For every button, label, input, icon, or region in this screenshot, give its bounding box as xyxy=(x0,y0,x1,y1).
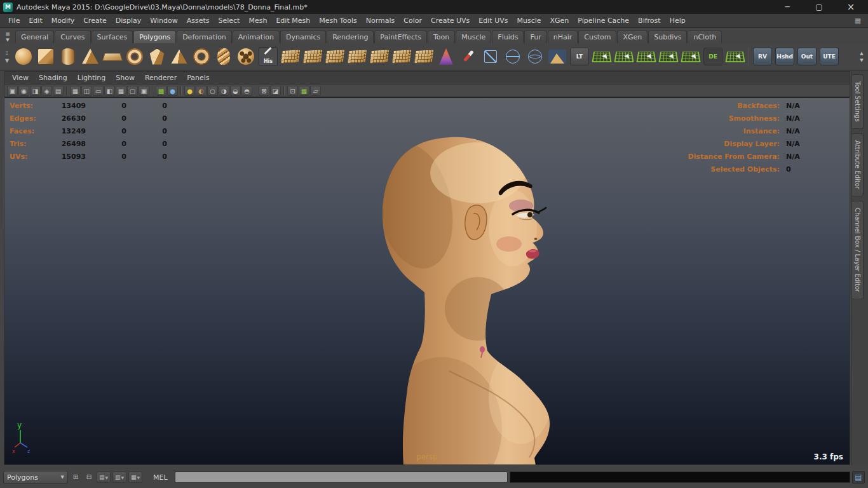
multisample-icon[interactable]: ▦ xyxy=(299,86,309,96)
lights-icon[interactable]: ● xyxy=(184,86,195,96)
shelf-tab-muscle[interactable]: Muscle xyxy=(456,30,491,43)
grid-with-arrow-icon-1[interactable]: ⊞ xyxy=(70,471,81,483)
menu-edit-mesh[interactable]: Edit Mesh xyxy=(271,14,315,28)
menu-bifrost[interactable]: Bifrost xyxy=(634,14,665,28)
panel-menu-show[interactable]: Show xyxy=(111,74,140,82)
table-menu-icon-2[interactable]: ▥▼ xyxy=(112,471,126,483)
film-gate-icon[interactable]: ◫ xyxy=(81,86,92,96)
tab-attribute-editor[interactable]: Attribute Editor xyxy=(852,133,864,196)
panel-menu-panels[interactable]: Panels xyxy=(182,74,214,82)
shelf-tab-surfaces[interactable]: Surfaces xyxy=(92,30,133,43)
shelf-menu-widget[interactable]: ▯▼ xyxy=(1,44,13,69)
tab-tool-settings[interactable]: Tool Settings xyxy=(852,74,864,129)
shaded-icon[interactable]: ◐ xyxy=(196,86,207,96)
de-tool-icon[interactable]: DE xyxy=(702,44,724,69)
safe-action-icon[interactable]: ▢ xyxy=(127,86,138,96)
poly-helix-icon[interactable] xyxy=(213,44,234,69)
construction-history-icon[interactable]: His xyxy=(257,44,279,69)
minimize-button[interactable]: ─ xyxy=(773,0,801,14)
shelf-tab-ncloth[interactable]: nCloth xyxy=(688,30,722,43)
bookmarks-icon[interactable]: ◈ xyxy=(41,86,52,96)
maximize-button[interactable]: ▢ xyxy=(805,0,833,14)
menu-window[interactable]: Window xyxy=(146,14,182,28)
hypershade-icon[interactable]: Hshd xyxy=(774,44,796,69)
poly-pipe-icon[interactable] xyxy=(191,44,212,69)
grid-tool-icon-4[interactable] xyxy=(658,44,679,69)
table-menu-icon-3[interactable]: ▦▼ xyxy=(128,471,142,483)
shelf-tab-painteffects[interactable]: PaintEffects xyxy=(374,30,427,43)
separate-icon[interactable] xyxy=(346,44,368,69)
poly-plane-icon[interactable] xyxy=(102,44,123,69)
field-chart-icon[interactable]: ▦ xyxy=(116,86,126,96)
safe-title-icon[interactable]: ▣ xyxy=(139,86,149,96)
combine-icon[interactable] xyxy=(324,44,346,69)
close-button[interactable]: × xyxy=(837,0,865,14)
menu-select[interactable]: Select xyxy=(214,14,244,28)
command-result-field[interactable] xyxy=(510,471,850,483)
uv-texture-editor-icon[interactable]: UTE xyxy=(818,44,840,69)
boolean-icon[interactable] xyxy=(391,44,412,69)
workspace-icon[interactable]: ▦ xyxy=(851,17,864,25)
select-camera-icon[interactable]: ▣ xyxy=(7,86,18,96)
wire-cube-icon[interactable] xyxy=(480,44,501,69)
shelf-tab-custom[interactable]: Custom xyxy=(578,30,616,43)
grid-tool-icon-2[interactable] xyxy=(613,44,635,69)
viewport[interactable]: Verts: 13409 0 0 Edges: 26630 0 0 Faces:… xyxy=(4,97,850,464)
shelf-tab-nhair[interactable]: nHair xyxy=(548,30,578,43)
screen-space-ao-icon[interactable]: ◒ xyxy=(230,86,241,96)
menu-file[interactable]: File xyxy=(4,14,24,28)
shelf-tab-general[interactable]: General xyxy=(15,30,54,43)
wire-sphere-icon[interactable] xyxy=(524,44,546,69)
shelf-tab-rendering[interactable]: Rendering xyxy=(327,30,374,43)
poly-torus-icon[interactable] xyxy=(124,44,146,69)
sculpt-tool-icon[interactable] xyxy=(435,44,457,69)
shelf-tab-curves[interactable]: Curves xyxy=(55,30,90,43)
shelf-scroll-widget[interactable]: ▲▼ xyxy=(857,51,867,63)
poly-sphere-icon[interactable] xyxy=(13,44,34,69)
menu-assets[interactable]: Assets xyxy=(182,14,214,28)
isolate-select-icon[interactable]: ◪ xyxy=(270,86,281,96)
lock-camera-icon[interactable]: ◉ xyxy=(18,86,29,96)
shelf-tab-fluids[interactable]: Fluids xyxy=(492,30,524,43)
bridge-icon[interactable] xyxy=(302,44,323,69)
snapshot-icon[interactable]: ⊡ xyxy=(287,86,298,96)
shelf-tab-fur[interactable]: Fur xyxy=(524,30,546,43)
menu-mesh-tools[interactable]: Mesh Tools xyxy=(315,14,362,28)
menu-edit-uvs[interactable]: Edit UVs xyxy=(474,14,512,28)
panel-menu-renderer[interactable]: Renderer xyxy=(140,74,182,82)
paint-tool-icon[interactable] xyxy=(458,44,479,69)
menu-display[interactable]: Display xyxy=(111,14,146,28)
shelf-tab-polygons[interactable]: Polygons xyxy=(133,30,176,43)
selection-mask-dropdown[interactable]: Polygons ▼ xyxy=(3,471,68,484)
panel-menu-lighting[interactable]: Lighting xyxy=(72,74,111,82)
lt-tool-icon[interactable]: LT xyxy=(569,44,590,69)
menu-help[interactable]: Help xyxy=(665,14,690,28)
menu-modify[interactable]: Modify xyxy=(47,14,79,28)
xray-icon[interactable]: ⊠ xyxy=(259,86,269,96)
uv-checker-icon[interactable]: ▩ xyxy=(156,86,166,96)
shelf-tab-dynamics[interactable]: Dynamics xyxy=(280,30,326,43)
render-view-icon[interactable]: RV xyxy=(752,44,773,69)
grid-tool-icon-6[interactable] xyxy=(724,44,746,69)
menu-color[interactable]: Color xyxy=(399,14,426,28)
poly-cone-icon[interactable] xyxy=(79,44,101,69)
script-editor-icon[interactable]: ▤ xyxy=(852,471,865,484)
shelf-tab-subdivs[interactable]: Subdivs xyxy=(648,30,687,43)
menu-edit[interactable]: Edit xyxy=(24,14,46,28)
shelf-tab-animation[interactable]: Animation xyxy=(233,30,280,43)
panel-menu-view[interactable]: View xyxy=(7,74,34,82)
menu-normals[interactable]: Normals xyxy=(362,14,400,28)
wireframe-icon[interactable]: ○ xyxy=(207,86,218,96)
grease-pencil-icon[interactable]: ▱ xyxy=(310,86,321,96)
shelf-tab-deformation[interactable]: Deformation xyxy=(177,30,232,43)
outliner-icon[interactable]: Out xyxy=(796,44,818,69)
poly-soccer-ball-icon[interactable] xyxy=(235,44,257,69)
poly-pyramid-icon[interactable] xyxy=(168,44,190,69)
wire-circle-icon[interactable] xyxy=(502,44,524,69)
command-language-toggle[interactable]: MEL xyxy=(144,473,173,482)
menu-muscle[interactable]: Muscle xyxy=(512,14,545,28)
shelf-tab-selector-icon[interactable]: ▤▼ xyxy=(3,30,13,43)
poly-cube-icon[interactable] xyxy=(35,44,57,69)
grid-tool-icon-5[interactable] xyxy=(680,44,702,69)
textured-ball-icon[interactable]: ● xyxy=(167,86,178,96)
